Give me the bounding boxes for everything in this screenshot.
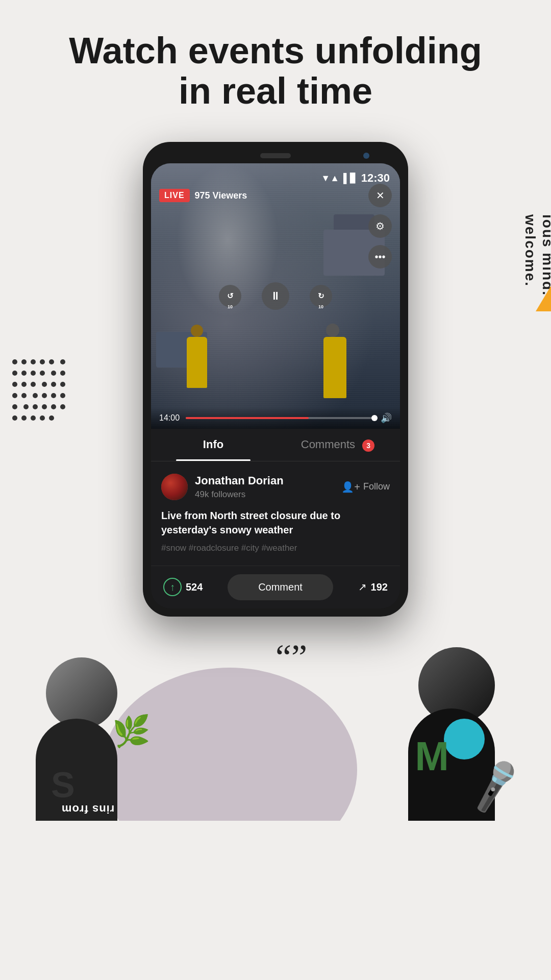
share-button[interactable]: ↗ 192 (358, 581, 388, 593)
upvote-count: 524 (186, 581, 203, 593)
upvote-icon: ↑ (163, 578, 182, 596)
close-button[interactable]: ✕ (368, 184, 392, 207)
live-tag: LIVE (159, 189, 190, 202)
upvote-button[interactable]: ↑ 524 (163, 578, 203, 596)
comments-badge: 3 (362, 439, 374, 452)
tab-comments-label: Comments (301, 438, 355, 451)
worker-right-body (323, 337, 346, 398)
worker-left-body (187, 337, 207, 388)
more-icon: ••• (374, 251, 385, 263)
status-bar: ▼▲ ▌▊ 12:30 (151, 167, 400, 189)
bottom-letter-s: S (51, 765, 75, 805)
more-button[interactable]: ••• (368, 245, 392, 268)
person-left-head (46, 657, 117, 729)
viewers-count: 975 Viewers (195, 190, 247, 201)
progress-fill (186, 417, 308, 419)
forward-button[interactable]: ↻ 10 (310, 285, 332, 307)
close-icon: ✕ (376, 189, 385, 202)
worker-right (318, 306, 359, 398)
post-tags: #snow #roadclosure #city #weather (161, 543, 390, 553)
rewind-button[interactable]: ↺ 10 (219, 285, 241, 307)
plant-icon: 🌿 (112, 713, 151, 749)
tab-info-label: Info (203, 438, 223, 451)
info-panel: Jonathan Dorian 49k followers 👤+ Follow … (151, 461, 400, 566)
quote-mark: “” (276, 637, 307, 678)
volume-icon[interactable]: 🔊 (381, 412, 392, 424)
share-icon: ↗ (358, 581, 367, 593)
user-info-left: Jonathan Dorian 49k followers (161, 474, 284, 500)
tab-bar: Info Comments 3 (151, 429, 400, 461)
phone-speaker (260, 153, 291, 158)
signal-icon: ▌▊ (343, 173, 357, 184)
tab-comments[interactable]: Comments 3 (276, 429, 400, 460)
gear-icon: ⚙ (375, 220, 385, 232)
worker-left-head (191, 325, 203, 337)
action-bar: ↑ 524 Comment ↗ 192 (151, 566, 400, 608)
follow-button[interactable]: 👤+ Follow (341, 481, 390, 493)
user-meta: Jonathan Dorian 49k followers (195, 474, 284, 500)
follow-icon: 👤+ (341, 481, 360, 493)
phone-body: ▼▲ ▌▊ 12:30 (143, 142, 408, 616)
rewind-icon: ↺ (227, 291, 234, 301)
bottom-letter-m: M (415, 733, 449, 780)
post-title: Live from North street closure due to ye… (161, 508, 390, 537)
share-count: 192 (371, 581, 388, 593)
flipped-text: rins from (61, 802, 114, 816)
rewind-label: 10 (219, 304, 241, 309)
avatar (161, 474, 188, 500)
phone-camera (363, 153, 369, 159)
user-name: Jonathan Dorian (195, 474, 284, 487)
avatar-image (161, 474, 188, 500)
progress-area: 14:00 🔊 (151, 407, 400, 429)
status-time: 12:30 (361, 172, 390, 185)
wifi-icon: ▼▲ (321, 173, 339, 184)
bottom-section: 🌿 “” 🎤 M S rins from (0, 617, 551, 821)
phone-mockup: ▼▲ ▌▊ 12:30 (0, 142, 551, 616)
progress-dot[interactable] (371, 415, 378, 421)
progress-bar[interactable] (186, 417, 374, 419)
pause-icon: ⏸ (270, 289, 281, 303)
worker-left (182, 306, 222, 388)
teal-circle (444, 719, 485, 760)
user-followers: 49k followers (195, 489, 284, 500)
settings-button[interactable]: ⚙ (368, 214, 392, 238)
live-badge: LIVE 975 Viewers (159, 189, 247, 202)
worker-right-head (326, 324, 339, 337)
progress-time: 14:00 (159, 413, 180, 423)
follow-label: Follow (363, 481, 390, 492)
forward-label: 10 (310, 304, 332, 309)
pause-button[interactable]: ⏸ (262, 282, 289, 310)
phone-top (151, 150, 400, 163)
video-player[interactable]: LIVE 975 Viewers ✕ ⚙ ••• (151, 163, 400, 429)
playback-controls: ↺ 10 ⏸ ↻ 10 (219, 282, 332, 310)
controls-right: ✕ ⚙ ••• (368, 184, 392, 268)
forward-icon: ↻ (318, 291, 324, 301)
user-row: Jonathan Dorian 49k followers 👤+ Follow (161, 474, 390, 500)
comment-button[interactable]: Comment (228, 574, 333, 600)
phone-screen: ▼▲ ▌▊ 12:30 (151, 163, 400, 608)
main-heading: Watch events unfolding in real time (0, 0, 551, 132)
tab-info[interactable]: Info (151, 429, 276, 460)
status-icons: ▼▲ ▌▊ 12:30 (321, 172, 390, 185)
